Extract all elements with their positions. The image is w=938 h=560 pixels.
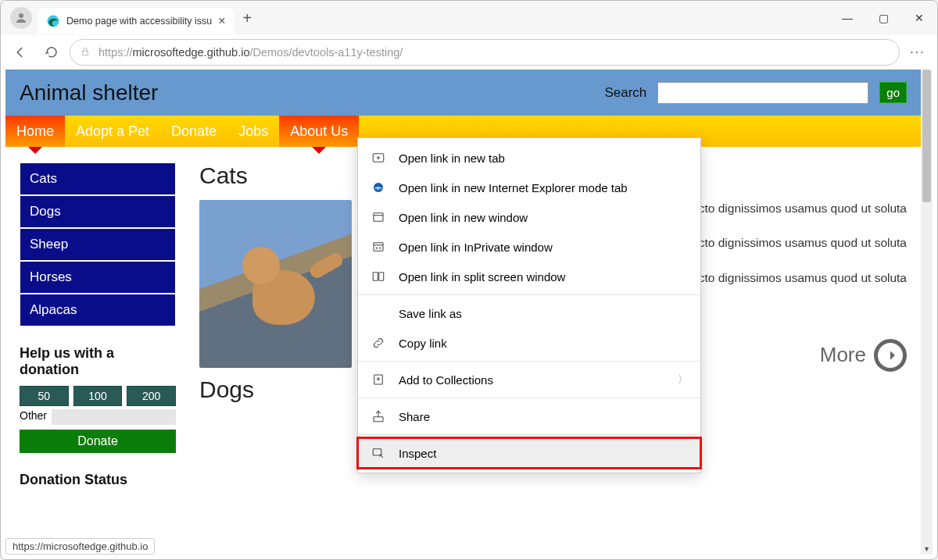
context-menu-label: Open link in split screen window [399,270,565,284]
tab-title: Demo page with accessibility issu [66,16,212,27]
svg-point-9 [379,247,381,248]
cat-image [199,200,352,368]
context-menu-open-link-in-inprivate-window[interactable]: Open link in InPrivate window [358,232,700,262]
browser-window: Demo page with accessibility issu × + — … [0,0,938,560]
collections-icon [371,372,386,387]
url-scheme: https:// [98,46,133,59]
svg-rect-7 [374,243,383,251]
context-menu-label: Add to Collections [399,373,493,387]
site-header: Animal shelter Search go [5,70,921,116]
donation-amount-100[interactable]: 100 [73,386,123,406]
context-menu-label: Open link in InPrivate window [399,241,553,254]
split-icon [371,269,386,284]
context-menu-add-to-collections[interactable]: Add to Collections〉 [358,365,700,394]
browser-toolbar: https://microsoftedge.github.io/Demos/de… [1,35,937,70]
inspect-icon [371,445,386,461]
context-menu-open-link-in-new-internet-explorer-mode-tab[interactable]: eOpen link in new Internet Explorer mode… [358,173,700,202]
nav-item-about-us[interactable]: About Us [279,116,359,147]
blank-icon [371,305,386,321]
svg-point-0 [19,13,23,18]
donation-heading: Help us with a donation [20,345,176,378]
new-tab-icon [371,150,386,166]
context-menu-separator [358,434,700,435]
search-area: Search go [604,82,907,104]
refresh-button[interactable] [38,39,65,66]
context-menu-label: Copy link [399,337,447,350]
arrow-right-circle-icon [874,339,907,372]
context-menu-inspect[interactable]: Inspect [358,438,700,468]
context-menu-separator [358,398,700,398]
status-bar: https://microsoftedge.github.io [5,538,155,555]
close-window-button[interactable]: ✕ [901,1,937,35]
context-menu-open-link-in-split-screen-window[interactable]: Open link in split screen window [358,262,700,291]
nav-item-jobs[interactable]: Jobs [227,116,279,147]
context-menu-separator [358,294,700,295]
search-input[interactable] [657,82,868,104]
sidebar-item-dogs[interactable]: Dogs [20,195,176,228]
sidebar-item-horses[interactable]: Horses [20,261,176,294]
close-tab-icon[interactable]: × [218,14,225,28]
new-tab-button[interactable]: + [243,9,252,27]
context-menu-open-link-in-new-window[interactable]: Open link in new window [358,202,700,232]
nav-item-home[interactable]: Home [5,116,65,147]
inprivate-icon [371,239,386,255]
context-menu-label: Share [399,410,430,423]
context-menu-label: Open link in new window [399,211,528,224]
other-amount-row: Other [20,409,176,425]
context-menu-copy-link[interactable]: Copy link [358,328,700,358]
maximize-button[interactable]: ▢ [865,1,901,35]
url-path: /Demos/devtools-a11y-testing/ [249,46,403,59]
go-button[interactable]: go [879,82,907,103]
search-label: Search [604,85,646,101]
chevron-right-icon: 〉 [678,373,688,387]
profile-icon[interactable] [10,7,32,29]
context-menu-open-link-in-new-tab[interactable]: Open link in new tab [358,143,700,173]
link-icon [371,335,386,351]
context-menu-separator [358,361,700,362]
context-menu-save-link-as[interactable]: Save link as [358,298,700,328]
lock-icon [80,46,91,59]
other-amount-input[interactable] [52,409,176,425]
svg-rect-6 [374,213,383,222]
svg-rect-2 [83,51,88,55]
back-button[interactable] [7,39,34,66]
svg-rect-11 [379,273,384,281]
ie-icon: e [371,180,386,195]
nav-item-adopt-a-pet[interactable]: Adopt a Pet [65,116,160,147]
url-host: microsoftedge.github.io [133,46,250,59]
url-text: https://microsoftedge.github.io/Demos/de… [98,46,403,59]
sidebar: CatsDogsSheepHorsesAlpacas Help us with … [20,162,176,496]
scroll-down-icon[interactable]: ▼ [921,543,933,555]
donation-amount-50[interactable]: 50 [20,386,69,406]
more-label: More [820,341,866,370]
site-title: Animal shelter [20,80,158,105]
donation-amount-row: 50100200 [20,386,176,406]
context-menu: Open link in new tabeOpen link in new In… [357,137,701,473]
edge-favicon-icon [46,14,60,28]
scrollbar-thumb[interactable] [922,70,931,202]
other-label: Other [20,409,52,425]
vertical-scrollbar[interactable]: ▼ [921,70,933,555]
donation-status-heading: Donation Status [20,472,176,488]
address-bar[interactable]: https://microsoftedge.github.io/Demos/de… [70,39,900,66]
svg-text:e: e [377,185,380,191]
window-controls: — ▢ ✕ [829,1,937,35]
svg-point-8 [376,247,378,248]
minimize-button[interactable]: — [829,1,865,35]
donation-amount-200[interactable]: 200 [127,386,176,406]
more-menu-button[interactable]: ··· [904,39,931,66]
svg-rect-10 [373,273,378,281]
sidebar-item-sheep[interactable]: Sheep [20,228,176,261]
share-icon [371,408,386,424]
nav-item-donate[interactable]: Donate [160,116,227,147]
svg-rect-13 [374,417,383,422]
sidebar-item-cats[interactable]: Cats [20,162,176,195]
browser-tab[interactable]: Demo page with accessibility issu × [38,8,234,34]
context-menu-share[interactable]: Share [358,401,700,431]
new-window-icon [371,209,386,225]
donate-button[interactable]: Donate [20,430,176,453]
context-menu-label: Open link in new Internet Explorer mode … [399,181,628,194]
context-menu-label: Save link as [399,307,462,320]
titlebar: Demo page with accessibility issu × + — … [1,1,937,35]
sidebar-item-alpacas[interactable]: Alpacas [20,294,176,326]
